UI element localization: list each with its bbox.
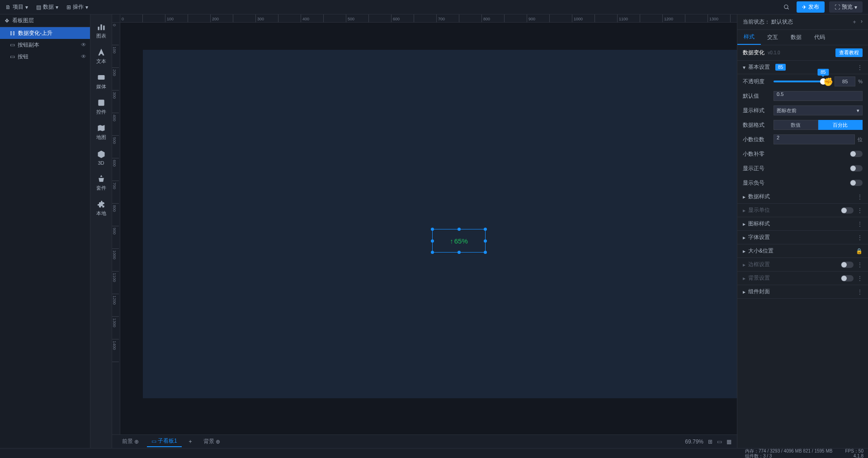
tutorial-button[interactable]: 查看教程	[835, 48, 863, 57]
section-border-settings[interactable]: ▸边框设置 ⋮	[737, 258, 868, 272]
opacity-value-input[interactable]: 85	[835, 76, 855, 86]
layer-item-data-change[interactable]: ⫿⫿ 数据变化-上升	[0, 27, 90, 39]
canvas-area[interactable]: 0100200300400500600700800900100011001200…	[112, 14, 737, 448]
section-size-position[interactable]: ▸大小&位置 🔒	[737, 244, 868, 258]
layers-title: 看板图层	[12, 17, 34, 24]
eye-icon[interactable]: 👁	[81, 42, 86, 48]
menubar-right: ✈ 发布 ⛶ 预览 ▾	[781, 1, 863, 13]
more-icon[interactable]: ⋮	[857, 207, 863, 214]
tab-data[interactable]: 数据	[784, 30, 808, 45]
comp-3d[interactable]: 3D	[90, 145, 112, 170]
more-icon[interactable]: ⋮	[857, 234, 863, 241]
resize-handle-bl[interactable]	[431, 251, 434, 254]
show-plus-label: 显示正号	[743, 165, 846, 172]
publish-button[interactable]: ✈ 发布	[797, 1, 825, 13]
property-tabs: 样式 交互 数据 代码	[737, 30, 868, 45]
decimals-unit: 位	[858, 136, 863, 143]
section-font-settings[interactable]: ▸字体设置 ⋮	[737, 231, 868, 244]
more-icon[interactable]: ⋮	[857, 221, 863, 227]
bg-toggle[interactable]	[841, 275, 854, 281]
select-value: 图标在前	[777, 107, 797, 114]
search-button[interactable]	[781, 2, 792, 13]
prop-display-mode: 显示样式 图标在前▾	[737, 103, 868, 118]
pad-zero-toggle[interactable]	[850, 151, 863, 157]
seg-label: 百分比	[833, 122, 848, 129]
opacity-slider[interactable]: 85 ✊	[774, 81, 832, 82]
comp-map[interactable]: 地图	[90, 119, 112, 145]
resize-handle-tm[interactable]	[458, 228, 461, 231]
tab-style[interactable]: 样式	[737, 30, 761, 45]
component-toolbar: 图表 文本 媒体 控件 地图 3D 套件 本地	[90, 14, 112, 448]
resize-handle-ml[interactable]	[431, 239, 434, 243]
tab-label: 前景	[122, 438, 133, 445]
section-bg-settings[interactable]: ▸背景设置 ⋮	[737, 272, 868, 285]
resize-handle-tl[interactable]	[431, 228, 434, 231]
opacity-badge: 85	[775, 64, 786, 71]
zoom-level[interactable]: 69.79%	[685, 439, 703, 445]
menu-data[interactable]: ▤ 数据 ▾	[36, 3, 58, 11]
layer-item-button-copy[interactable]: ▭ 按钮副本 👁	[0, 39, 90, 51]
tab-interact[interactable]: 交互	[761, 30, 784, 45]
add-state-button[interactable]: ＋	[852, 18, 857, 26]
show-minus-toggle[interactable]	[850, 180, 863, 186]
section-title: 背景设置	[748, 274, 770, 282]
canvas-inner[interactable]: ↑ 65%	[120, 23, 737, 448]
menu-project[interactable]: 🗎 项目 ▾	[5, 3, 28, 11]
settings-icon[interactable]: ▦	[726, 439, 731, 445]
component-title-row: 数据变化 v0.1.0 查看教程	[737, 45, 868, 61]
dashboard-background[interactable]	[143, 50, 737, 398]
tab-sub-board[interactable]: ▭ 子看板1	[147, 436, 182, 447]
lock-icon[interactable]: 🔒	[856, 248, 863, 254]
add-sub-board-button[interactable]: ＋	[185, 437, 195, 447]
data-format-label: 数据格式	[743, 121, 770, 129]
resize-handle-br[interactable]	[484, 251, 487, 254]
tab-background[interactable]: 背景 ⊕	[199, 436, 225, 447]
tab-code[interactable]: 代码	[808, 30, 831, 45]
section-display-unit[interactable]: ▸显示单位 ⋮	[737, 204, 868, 217]
prop-show-plus: 显示正号	[737, 161, 868, 176]
border-toggle[interactable]	[841, 262, 854, 268]
section-component-cover[interactable]: ▸组件封面 ⋮	[737, 285, 868, 299]
more-icon[interactable]: ⋮	[857, 275, 863, 281]
comp-text[interactable]: 文本	[90, 43, 112, 69]
eye-icon[interactable]: 👁	[81, 53, 86, 60]
menu-actions[interactable]: ⊞ 操作 ▾	[66, 3, 88, 11]
component-count: 组件数：3 / 3	[745, 453, 832, 458]
section-basic-settings[interactable]: ▾基本设置 85 ⋮	[737, 61, 868, 74]
format-number-button[interactable]: 数值	[774, 120, 818, 130]
chevron-down-icon: ▾	[56, 4, 58, 10]
format-percent-button[interactable]: 百分比	[818, 120, 863, 130]
plus-circle-icon[interactable]: ⊕	[134, 439, 139, 445]
tab-foreground[interactable]: 前景 ⊕	[118, 436, 143, 447]
more-icon[interactable]: ⋮	[857, 262, 863, 268]
comp-chart[interactable]: 图表	[90, 18, 112, 43]
ruler-toggle-icon[interactable]: ⊞	[708, 439, 712, 445]
resize-handle-mr[interactable]	[484, 239, 487, 243]
layer-item-button[interactable]: ▭ 按钮 👁	[0, 51, 90, 62]
seg-label: 数值	[791, 122, 801, 129]
fit-icon[interactable]: ▭	[717, 439, 722, 445]
next-state-button[interactable]: ›	[861, 18, 863, 26]
comp-media[interactable]: 媒体	[90, 69, 112, 94]
section-icon-style[interactable]: ▸图标样式 ⋮	[737, 217, 868, 231]
display-mode-select[interactable]: 图标在前▾	[774, 105, 863, 115]
more-icon[interactable]: ⋮	[857, 194, 863, 200]
comp-local[interactable]: 本地	[90, 196, 112, 221]
section-title: 字体设置	[748, 234, 770, 241]
svg-rect-7	[98, 100, 104, 105]
resize-handle-bm[interactable]	[458, 251, 461, 254]
comp-kit[interactable]: 套件	[90, 170, 112, 196]
selected-widget[interactable]: ↑ 65%	[432, 229, 486, 253]
preview-button[interactable]: ⛶ 预览 ▾	[829, 1, 863, 13]
more-icon[interactable]: ⋮	[857, 64, 863, 71]
display-unit-toggle[interactable]	[841, 207, 854, 214]
plus-circle-icon[interactable]: ⊕	[216, 439, 220, 445]
app-version: 4.1.8	[845, 453, 863, 458]
section-data-style[interactable]: ▸数据样式 ⋮	[737, 190, 868, 204]
default-value-input[interactable]: 0.5	[774, 91, 863, 101]
resize-handle-tr[interactable]	[484, 228, 487, 231]
comp-control[interactable]: 控件	[90, 94, 112, 119]
show-plus-toggle[interactable]	[850, 165, 863, 172]
decimals-input[interactable]: 2	[774, 134, 855, 144]
more-icon[interactable]: ⋮	[857, 289, 863, 295]
